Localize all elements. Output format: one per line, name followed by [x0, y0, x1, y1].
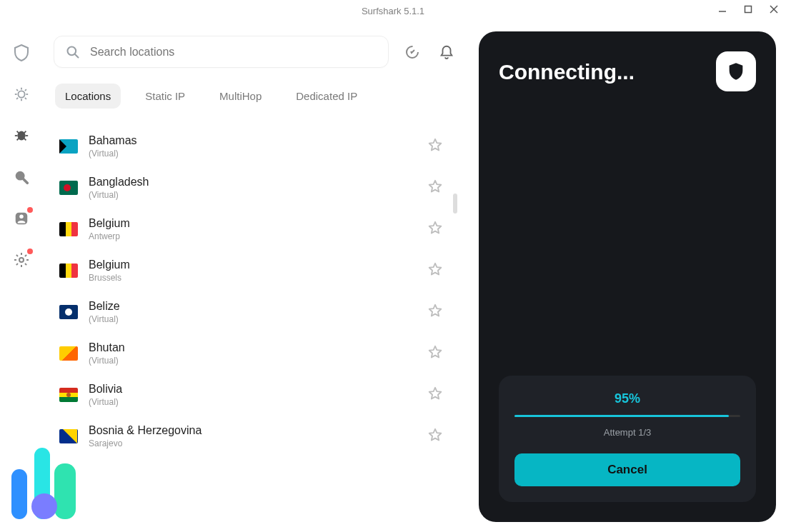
progress-percent: 95%	[514, 391, 740, 406]
svg-line-16	[17, 131, 19, 134]
svg-line-9	[16, 89, 18, 91]
window-controls	[716, 3, 780, 16]
status-panel: Connecting... 95% Attempt 1/3 Cancel	[472, 21, 786, 532]
progress-bar	[514, 415, 740, 417]
nav-antivirus-icon[interactable]	[11, 126, 31, 146]
svg-line-19	[24, 139, 26, 141]
nav-search-icon[interactable]	[11, 167, 31, 187]
maximize-button[interactable]	[742, 3, 755, 16]
flag-icon	[59, 346, 78, 361]
flag-icon	[59, 139, 78, 154]
nav-alert-icon[interactable]	[11, 84, 31, 104]
titlebar: Surfshark 5.1.1	[0, 0, 786, 21]
svg-rect-1	[745, 6, 752, 13]
location-name: Bhutan	[89, 341, 427, 354]
svg-point-4	[18, 91, 24, 97]
minimize-button[interactable]	[716, 3, 729, 16]
tab-dedicated-ip[interactable]: Dedicated IP	[286, 84, 367, 109]
location-name: Bosnia & Herzegovina	[89, 424, 427, 437]
svg-point-24	[19, 258, 24, 262]
flag-icon	[59, 181, 78, 195]
location-text: BelgiumAntwerp	[89, 217, 427, 241]
search-box[interactable]	[54, 36, 389, 68]
cancel-button[interactable]: Cancel	[514, 453, 740, 486]
svg-point-23	[19, 215, 24, 219]
location-name: Belgium	[89, 217, 427, 230]
svg-line-11	[16, 98, 18, 99]
location-text: Bhutan(Virtual)	[89, 341, 427, 366]
location-row[interactable]: Bhutan(Virtual)	[54, 333, 450, 374]
location-text: Bosnia & HerzegovinaSarajevo	[89, 424, 427, 448]
location-name: Belize	[89, 300, 427, 313]
location-sub: Sarajevo	[89, 438, 427, 448]
svg-line-10	[25, 98, 26, 99]
notifications-icon[interactable]	[436, 41, 457, 63]
favorite-star-icon[interactable]	[427, 261, 443, 280]
svg-line-26	[75, 54, 79, 57]
location-text: Bangladesh(Virtual)	[89, 176, 427, 200]
locations-pane: Locations Static IP MultiHop Dedicated I…	[43, 21, 472, 532]
tab-static-ip[interactable]: Static IP	[135, 84, 195, 109]
tabs: Locations Static IP MultiHop Dedicated I…	[55, 84, 457, 109]
location-row[interactable]: Bahamas(Virtual)	[54, 126, 450, 167]
location-row[interactable]: Belize(Virtual)	[54, 291, 450, 333]
sidebar	[0, 21, 43, 532]
close-button[interactable]	[767, 3, 780, 16]
flag-icon	[59, 429, 78, 443]
status-card: Connecting... 95% Attempt 1/3 Cancel	[479, 31, 776, 522]
app-badge	[716, 51, 756, 91]
attempt-text: Attempt 1/3	[514, 427, 740, 438]
location-sub: Antwerp	[89, 231, 427, 241]
nav-settings-icon[interactable]	[11, 250, 31, 270]
favorite-star-icon[interactable]	[427, 427, 443, 446]
location-text: BelgiumBrussels	[89, 259, 427, 283]
locations-list[interactable]: Bahamas(Virtual)Bangladesh(Virtual)Belgi…	[54, 126, 457, 532]
location-sub: (Virtual)	[89, 190, 427, 200]
nav-vpn-icon[interactable]	[11, 43, 31, 63]
favorite-star-icon[interactable]	[427, 179, 443, 197]
flag-icon	[59, 222, 78, 236]
location-name: Belgium	[89, 259, 427, 271]
tab-multihop[interactable]: MultiHop	[209, 84, 272, 109]
location-text: Belize(Virtual)	[89, 300, 427, 324]
svg-line-17	[24, 131, 26, 134]
location-sub: (Virtual)	[89, 356, 427, 366]
search-icon	[66, 45, 80, 59]
tab-locations[interactable]: Locations	[55, 84, 121, 109]
search-input[interactable]	[90, 46, 377, 59]
favorite-star-icon[interactable]	[427, 344, 443, 363]
location-sub: Brussels	[89, 273, 427, 283]
location-name: Bahamas	[89, 134, 427, 147]
scrollbar-thumb[interactable]	[453, 194, 457, 214]
svg-line-18	[17, 139, 19, 141]
location-text: Bolivia(Virtual)	[89, 383, 427, 407]
location-sub: (Virtual)	[89, 397, 427, 407]
favorite-star-icon[interactable]	[427, 386, 443, 404]
location-sub: (Virtual)	[89, 149, 427, 159]
location-name: Bangladesh	[89, 176, 427, 189]
progress-fill	[514, 415, 729, 417]
progress-box: 95% Attempt 1/3 Cancel	[499, 376, 756, 502]
location-text: Bahamas(Virtual)	[89, 134, 427, 159]
location-row[interactable]: Bolivia(Virtual)	[54, 374, 450, 416]
favorite-star-icon[interactable]	[427, 303, 443, 321]
quick-connect-icon[interactable]	[402, 41, 423, 63]
location-row[interactable]: BelgiumAntwerp	[54, 209, 450, 250]
location-name: Bolivia	[89, 383, 427, 396]
location-sub: (Virtual)	[89, 314, 427, 324]
svg-line-21	[24, 179, 28, 184]
location-row[interactable]: BelgiumBrussels	[54, 250, 450, 291]
flag-icon	[59, 388, 78, 402]
window-title: Surfshark 5.1.1	[362, 6, 424, 16]
svg-line-12	[25, 89, 26, 91]
favorite-star-icon[interactable]	[427, 220, 443, 239]
location-row[interactable]: Bosnia & HerzegovinaSarajevo	[54, 416, 450, 457]
flag-icon	[59, 305, 78, 319]
favorite-star-icon[interactable]	[427, 137, 443, 156]
location-row[interactable]: Bangladesh(Virtual)	[54, 167, 450, 209]
flag-icon	[59, 264, 78, 278]
nav-account-icon[interactable]	[11, 209, 31, 229]
